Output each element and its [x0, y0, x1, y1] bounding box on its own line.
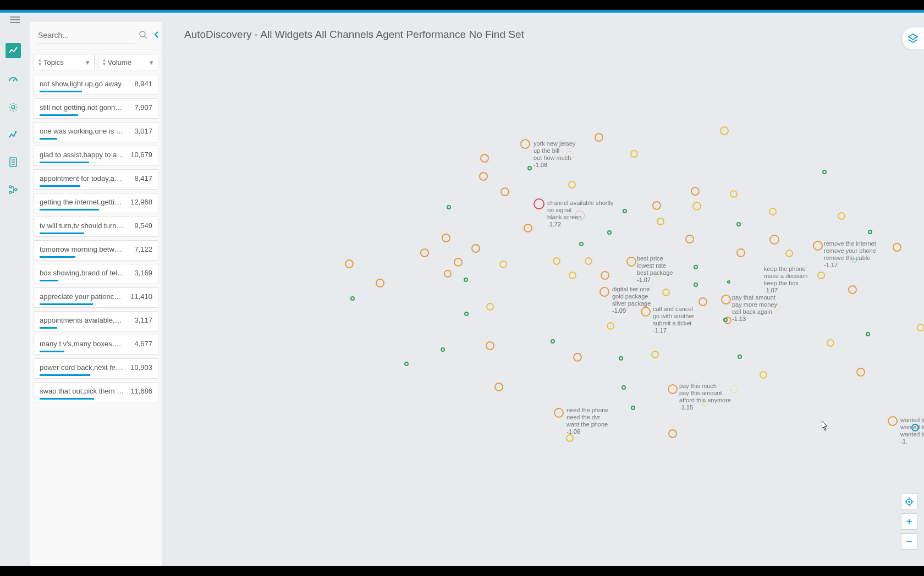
cluster-node[interactable] [692, 202, 701, 211]
cluster-node[interactable] [668, 384, 678, 394]
cluster-node[interactable] [607, 230, 612, 235]
cluster-node[interactable] [553, 257, 560, 265]
cluster-node[interactable] [698, 297, 707, 306]
cluster-node[interactable] [736, 248, 745, 257]
cluster-node[interactable] [595, 133, 603, 142]
topic-item[interactable]: appreciate your patience,u...11,410 [34, 287, 158, 308]
cluster-node[interactable] [813, 241, 823, 251]
cluster-node[interactable] [622, 385, 626, 390]
cluster-node[interactable] [573, 353, 582, 362]
cluster-node[interactable] [827, 339, 834, 347]
topic-item[interactable]: tomorrow morning betwee...7,122 [34, 240, 158, 261]
cluster-node[interactable] [694, 265, 698, 269]
cluster-node[interactable] [486, 341, 494, 350]
topic-list[interactable]: not show,light up,go away8,941still not … [30, 75, 162, 566]
topic-item[interactable]: many t v's,many boxes,ma...4,677 [34, 335, 158, 355]
cluster-node[interactable] [626, 257, 636, 267]
topic-item[interactable]: tv will turn,tv should turn,c...9,549 [34, 217, 158, 237]
cluster-node[interactable] [569, 272, 576, 279]
cluster-node[interactable] [694, 283, 698, 287]
cluster-node[interactable] [631, 406, 635, 410]
cluster-node[interactable] [720, 126, 729, 135]
cluster-node[interactable] [444, 270, 452, 278]
cluster-node[interactable] [652, 201, 661, 210]
cluster-node[interactable] [817, 272, 825, 279]
cluster-node[interactable] [566, 434, 574, 442]
topic-item[interactable]: swap that out,pick them u...11,686 [34, 382, 158, 402]
topic-item[interactable]: appointments available,so...3,117 [34, 311, 158, 331]
cluster-node[interactable] [662, 289, 670, 296]
cluster-node[interactable] [579, 242, 584, 246]
nav-doc-icon[interactable] [7, 156, 19, 168]
cluster-node[interactable] [471, 244, 480, 253]
cluster-node[interactable] [479, 172, 488, 181]
topic-item[interactable]: still not getting,not gonna ...7,907 [34, 98, 158, 119]
cluster-node[interactable] [607, 322, 614, 330]
cluster-node[interactable] [454, 258, 463, 267]
cluster-node[interactable] [630, 150, 638, 158]
sort-topics[interactable]: ▴▾Topics ▾ [34, 54, 95, 70]
cluster-node[interactable] [619, 356, 623, 361]
sort-volume[interactable]: ▴▾Volume ▾ [98, 54, 159, 70]
collapse-sidebar-icon[interactable] [153, 31, 161, 41]
locate-button[interactable] [901, 494, 917, 510]
cluster-node[interactable] [376, 279, 384, 287]
cluster-node[interactable] [868, 230, 872, 234]
cluster-node[interactable] [601, 271, 609, 280]
topic-item[interactable]: one was working,one is fre...3,017 [34, 122, 158, 142]
cluster-node[interactable] [442, 234, 450, 242]
cluster-node[interactable] [685, 235, 694, 243]
cluster-canvas[interactable]: york new jerseyup the billout how much-1… [162, 22, 924, 566]
cluster-node[interactable] [568, 181, 576, 189]
search-icon[interactable] [139, 30, 147, 41]
cluster-node[interactable] [760, 371, 767, 379]
cluster-node[interactable] [480, 154, 489, 163]
cluster-node[interactable] [420, 248, 429, 257]
cluster-node[interactable] [404, 362, 409, 366]
cluster-node[interactable] [727, 280, 730, 284]
cluster-node[interactable] [651, 351, 659, 358]
cluster-node[interactable] [486, 303, 494, 311]
topic-item[interactable]: appointment for today,app...8,417 [34, 169, 158, 190]
cluster-node[interactable] [723, 318, 728, 322]
nav-gauge-icon[interactable] [7, 74, 19, 86]
cluster-node[interactable] [345, 259, 354, 268]
cluster-node[interactable] [464, 278, 468, 282]
cluster-node[interactable] [730, 190, 738, 198]
menu-icon[interactable] [10, 16, 20, 23]
zoom-out-button[interactable]: − [901, 533, 917, 550]
cluster-node[interactable] [585, 257, 592, 265]
cluster-node[interactable] [657, 218, 664, 225]
zoom-in-button[interactable]: + [901, 513, 917, 530]
cluster-node[interactable] [464, 312, 469, 316]
cluster-node[interactable] [785, 250, 793, 257]
cluster-node[interactable] [501, 187, 509, 196]
topic-item[interactable]: box showing,brand of telev...3,169 [34, 264, 158, 284]
cluster-node[interactable] [691, 187, 700, 196]
cluster-node[interactable] [721, 295, 731, 304]
nav-chart-icon[interactable] [6, 43, 21, 58]
topic-item[interactable]: power cord back,next few ...10,903 [34, 358, 158, 379]
cluster-node[interactable] [527, 166, 532, 170]
nav-spark-icon[interactable] [7, 129, 19, 141]
cluster-node[interactable] [494, 383, 503, 391]
cluster-node[interactable] [668, 429, 677, 438]
cluster-node[interactable] [838, 212, 845, 220]
cluster-node[interactable] [520, 139, 530, 149]
cluster-node[interactable] [623, 209, 627, 213]
cluster-node[interactable] [441, 347, 445, 352]
cluster-node[interactable] [499, 261, 507, 268]
cluster-node[interactable] [554, 408, 564, 418]
nav-gear-icon[interactable] [7, 101, 19, 113]
cluster-node[interactable] [350, 296, 355, 301]
cluster-node[interactable] [917, 324, 924, 331]
cluster-node[interactable] [888, 416, 898, 426]
cluster-node[interactable] [893, 243, 901, 252]
cluster-node[interactable] [736, 222, 741, 226]
topic-item[interactable]: glad to assist,happy to assi...10,679 [34, 146, 158, 166]
cluster-node[interactable] [848, 285, 857, 294]
cluster-node[interactable] [822, 170, 827, 174]
cluster-node[interactable] [856, 368, 865, 376]
cluster-node[interactable] [738, 355, 742, 359]
cluster-node[interactable] [524, 224, 532, 232]
